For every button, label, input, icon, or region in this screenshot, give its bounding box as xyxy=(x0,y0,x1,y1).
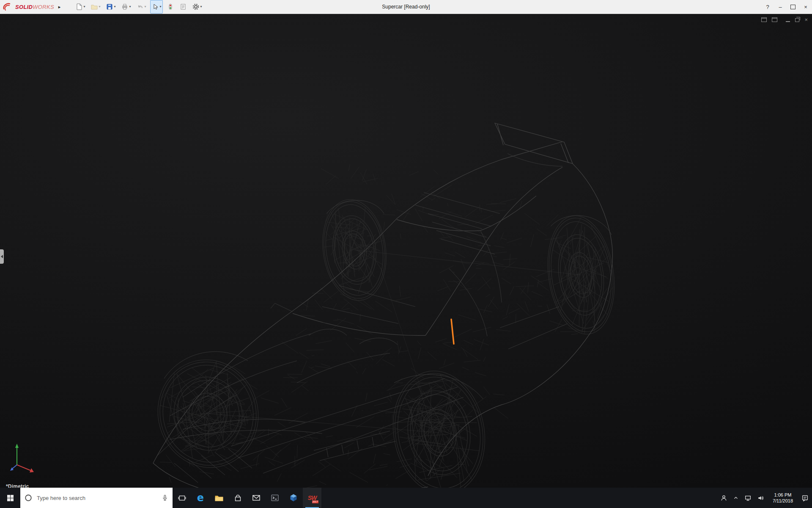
mail-icon xyxy=(252,494,261,502)
solidworks-logo: SOLIDWORKS xyxy=(0,2,56,11)
network-icon xyxy=(744,494,752,502)
edge-browser-button[interactable]: e xyxy=(191,488,210,508)
save-button[interactable]: ▾ xyxy=(104,0,117,14)
feature-manager-collapse-tab[interactable] xyxy=(0,249,4,264)
ds-swirl-icon xyxy=(3,2,14,11)
taskbar-search[interactable] xyxy=(20,488,173,508)
select-tool-button[interactable]: ▾ xyxy=(150,0,163,14)
print-icon xyxy=(121,3,128,10)
rebuild-button[interactable] xyxy=(165,0,176,14)
volume-button[interactable] xyxy=(757,494,764,502)
people-icon xyxy=(720,494,727,502)
file-properties-icon xyxy=(180,3,187,10)
triad-axes-icon xyxy=(9,439,41,475)
taskbar-clock[interactable]: 1:06 PM 7/11/2018 xyxy=(770,492,796,504)
menu-flyout-arrow-icon[interactable]: ▸ xyxy=(56,4,63,10)
document-title: Supercar [Read-only] xyxy=(382,4,430,10)
rebuild-stoplight-icon xyxy=(167,3,174,10)
undo-button[interactable]: ▾ xyxy=(135,0,148,14)
help-button[interactable]: ? xyxy=(761,0,774,14)
people-button[interactable] xyxy=(720,494,727,502)
document-window-controls: × xyxy=(761,17,808,22)
collapse-arrow-icon xyxy=(1,255,3,258)
view-orientation-label: *Dimetric xyxy=(6,483,29,488)
doc-minimize-icon[interactable] xyxy=(786,21,790,22)
options-gear-icon xyxy=(192,3,199,10)
doc-close-icon[interactable]: × xyxy=(804,17,808,22)
new-document-button[interactable]: ▾ xyxy=(74,0,87,14)
windows-taskbar: e xyxy=(0,488,812,508)
action-center-icon xyxy=(801,494,809,502)
close-button[interactable]: × xyxy=(799,0,812,14)
search-circle-icon xyxy=(25,494,32,502)
quick-access-toolbar: ▾ ▾ ▾ ▾ xyxy=(74,0,203,14)
options-button[interactable]: ▾ xyxy=(191,0,203,14)
hidden-icons-button[interactable] xyxy=(733,495,739,501)
dropdown-arrow-icon[interactable]: ▾ xyxy=(114,5,115,8)
dropdown-arrow-icon[interactable]: ▾ xyxy=(99,5,100,8)
minimize-button[interactable]: – xyxy=(774,0,787,14)
car-wireframe xyxy=(0,14,812,488)
dropdown-arrow-icon[interactable]: ▾ xyxy=(144,5,146,8)
volume-icon xyxy=(757,494,764,502)
document-window-group xyxy=(761,17,777,22)
titlebar: SOLIDWORKS ▸ ▾ ▾ ▾ xyxy=(0,0,812,14)
solidworks-window: SOLIDWORKS ▸ ▾ ▾ ▾ xyxy=(0,0,812,508)
search-input[interactable] xyxy=(36,494,135,502)
dropdown-arrow-icon[interactable]: ▾ xyxy=(159,5,161,8)
doc-window-icon[interactable] xyxy=(772,17,777,22)
open-button[interactable]: ▾ xyxy=(89,0,102,14)
doc-restore-icon[interactable] xyxy=(795,18,799,22)
solidworks-app-button[interactable]: SW 2017 xyxy=(303,488,321,508)
open-folder-icon xyxy=(91,3,98,10)
store-icon xyxy=(234,494,242,502)
selected-edge-highlight[interactable] xyxy=(451,319,454,344)
dropdown-arrow-icon[interactable]: ▾ xyxy=(129,5,131,8)
action-center-button[interactable] xyxy=(801,494,809,502)
hidden-icons-chevron-icon xyxy=(733,495,739,501)
mail-button[interactable] xyxy=(247,488,266,508)
task-view-button[interactable] xyxy=(173,488,191,508)
solidworks-app-icon: SW 2017 xyxy=(307,492,318,503)
print-button[interactable]: ▾ xyxy=(120,0,132,14)
orientation-triad xyxy=(9,439,41,477)
select-cursor-icon xyxy=(152,3,159,10)
start-button[interactable] xyxy=(0,488,20,508)
clock-date: 7/11/2018 xyxy=(773,498,793,504)
network-button[interactable] xyxy=(744,494,752,502)
maximize-button[interactable] xyxy=(787,0,799,14)
console-app-icon xyxy=(271,494,279,502)
dropdown-arrow-icon[interactable]: ▾ xyxy=(83,5,85,8)
file-explorer-icon xyxy=(214,494,224,502)
app-name-works: WORKS xyxy=(33,4,54,10)
app-name-solid: SOLID xyxy=(15,4,33,10)
start-icon xyxy=(7,494,14,502)
cube-app-icon xyxy=(289,494,298,502)
app-name: SOLIDWORKS xyxy=(15,4,54,10)
sw-year-badge: 2017 xyxy=(312,500,318,503)
new-document-icon xyxy=(76,3,82,10)
task-view-icon xyxy=(178,494,186,502)
cube-app-button[interactable] xyxy=(284,488,303,508)
doc-window-icon[interactable] xyxy=(761,17,767,22)
console-app-button[interactable] xyxy=(266,488,284,508)
system-tray: 1:06 PM 7/11/2018 xyxy=(720,488,812,508)
store-button[interactable] xyxy=(228,488,247,508)
file-explorer-button[interactable] xyxy=(210,488,228,508)
file-properties-button[interactable] xyxy=(178,0,188,14)
window-controls: ? – × xyxy=(761,0,812,14)
undo-icon xyxy=(137,3,143,10)
clock-time: 1:06 PM xyxy=(774,492,792,498)
graphics-viewport[interactable]: × *Dimetric xyxy=(0,14,812,488)
dropdown-arrow-icon[interactable]: ▾ xyxy=(200,5,202,8)
edge-icon: e xyxy=(197,493,204,503)
maximize-icon xyxy=(790,5,796,9)
save-floppy-icon xyxy=(106,3,113,10)
microphone-icon[interactable] xyxy=(162,494,168,501)
